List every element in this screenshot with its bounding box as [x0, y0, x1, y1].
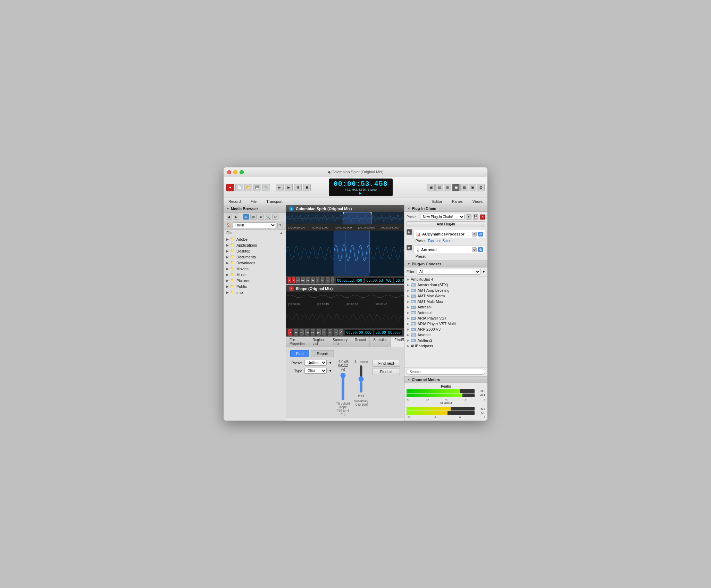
tab-statistics[interactable]: Statistics	[370, 337, 391, 347]
track2-prev-btn[interactable]: ⏮	[305, 329, 309, 336]
chain-close[interactable]: ✕	[480, 214, 485, 220]
track2-close[interactable]: ✕	[289, 286, 294, 291]
plugin-item-artillery2[interactable]: ▶ vst Artillery2	[404, 338, 487, 343]
plugin-item-amt-amp[interactable]: ▶ vst AMT Amp Leveling	[404, 288, 487, 293]
toolbar-button-1[interactable]: 📄	[235, 184, 243, 191]
plugin-item-arp2600[interactable]: ▶ vst ARP 2600 V3	[404, 326, 487, 332]
track2-record-btn[interactable]: ●	[288, 329, 292, 336]
track1-stop-btn[interactable]: ■	[292, 277, 294, 283]
plugin-item-aria-multi[interactable]: ▶ vst ARIA Player VST Multi	[404, 321, 487, 326]
track1-next-btn[interactable]: ⏭	[306, 277, 310, 283]
track2-loop-btn[interactable]: ↺	[339, 329, 343, 336]
track2-pencil-btn[interactable]: ✏	[328, 329, 332, 336]
tree-item-documents[interactable]: ▶ 📁 Documents	[224, 254, 286, 260]
plugin-chain-collapse[interactable]: ▼	[407, 207, 410, 210]
track1-loop-btn[interactable]: ↺	[331, 277, 334, 283]
tab-file-properties[interactable]: File Properties	[286, 337, 309, 347]
nav-back-button[interactable]: ◀	[226, 214, 232, 220]
favorites-button[interactable]: ★	[258, 214, 264, 220]
menu-record[interactable]: Record	[227, 199, 242, 204]
list-view-button[interactable]: ≡	[243, 214, 249, 220]
minimize-button[interactable]	[233, 170, 237, 174]
track2-stop-btn[interactable]: ■	[294, 329, 298, 336]
type-select[interactable]: Glitch	[304, 368, 327, 374]
add-plugin-button[interactable]: Add Plug-In	[407, 221, 485, 227]
tab-summary[interactable]: Summary Inform...	[329, 337, 351, 347]
toolbar-button-4[interactable]: 🔧	[262, 184, 270, 191]
sidebar-collapse-icon[interactable]: ▼	[226, 207, 229, 210]
chain-preset-action[interactable]: ▼	[466, 214, 471, 220]
search-button[interactable]: 🔍	[265, 214, 271, 220]
track2-zoom-btn[interactable]: ↔	[334, 329, 338, 336]
plugin1-expand[interactable]: ▶	[407, 229, 412, 235]
tab-regions-list[interactable]: Regions List	[309, 337, 329, 347]
view-btn-6[interactable]: ▣	[469, 184, 476, 191]
find-tab[interactable]: Find	[290, 350, 309, 357]
toolbar-button-2[interactable]: 📂	[244, 184, 252, 191]
plugin-item-amt-multi[interactable]: ▶ vst AMT Multi-Max	[404, 299, 487, 304]
view-btn-2[interactable]: ▤	[435, 184, 443, 191]
maximize-button[interactable]	[240, 170, 244, 174]
tab-find-repair[interactable]: Find/Repair	[391, 337, 404, 347]
tree-item-movies[interactable]: ▶ 📁 Movies	[224, 266, 286, 272]
plugin-item-antresol2[interactable]: ▶ vst Antresol	[404, 310, 487, 315]
plugin-item-antresol1[interactable]: ▶ vst Antresol	[404, 304, 487, 310]
chain-preset-save[interactable]: 💾	[473, 214, 478, 220]
pause-button[interactable]: ⏸	[294, 184, 302, 191]
type-arrow[interactable]: ▼	[329, 369, 332, 373]
track1-pencil-btn[interactable]: ✏	[321, 277, 324, 283]
rewind-button[interactable]: ⏭	[276, 184, 284, 191]
tree-item-tmp[interactable]: ▶ 📁 tmp	[224, 289, 286, 295]
view-btn-5[interactable]: ▦	[460, 184, 468, 191]
track1-play-btn[interactable]: ▶	[311, 277, 315, 283]
plugin-item-aubandpass[interactable]: ▶ AUBandpass	[404, 343, 487, 349]
play-button[interactable]: ▶	[285, 184, 293, 191]
menu-file[interactable]: File	[249, 199, 258, 204]
track1-zoom-btn[interactable]: ↔	[326, 277, 329, 283]
track1-waveform[interactable]	[286, 231, 404, 276]
track2-rewind-btn[interactable]: ↩	[300, 329, 304, 336]
sensitivity-slider[interactable]	[358, 365, 365, 393]
tree-item-public[interactable]: ▶ 📁 Public	[224, 283, 286, 289]
plugin-item-amt-max[interactable]: ▶ vst AMT Max Warm	[404, 293, 487, 299]
plugin2-settings[interactable]: ⚙	[472, 247, 477, 252]
meters-collapse[interactable]: ▼	[407, 378, 410, 381]
view-btn-4[interactable]: ▣	[452, 184, 460, 191]
plugin-item-aria[interactable]: ▶ vst ARIA Player VST	[404, 315, 487, 321]
track2-next-btn[interactable]: ⏭	[311, 329, 315, 336]
grid-view-button[interactable]: ⊞	[250, 214, 257, 220]
preset-arrow[interactable]: ▼	[329, 361, 332, 365]
nav-forward-button[interactable]: ▶	[233, 214, 239, 220]
tree-item-desktop[interactable]: ▶ 📁 Desktop	[224, 248, 286, 254]
refresh-button[interactable]: ↻	[272, 214, 278, 220]
settings-button[interactable]: ⚙	[477, 184, 485, 191]
close-button[interactable]	[227, 170, 231, 174]
track1-rewind-btn[interactable]: ↩	[296, 277, 300, 283]
section-sort[interactable]: ▲	[279, 231, 283, 235]
tree-item-applications[interactable]: ▶ 📁 Applications	[224, 242, 286, 248]
toolbar-button-3[interactable]: 💾	[253, 184, 261, 191]
menu-transport[interactable]: Transport	[265, 199, 284, 204]
plugin-search-input[interactable]	[407, 369, 485, 375]
menu-editor[interactable]: Editor	[431, 199, 444, 204]
chain-preset-select[interactable]: New Plug-In Chain*	[420, 214, 465, 220]
plugin-item-amsterdam[interactable]: ▶ vst Amsterdam (SFX)	[404, 282, 487, 288]
threshold-slider[interactable]	[340, 373, 346, 400]
track1-cursor-btn[interactable]: ↖	[316, 277, 319, 283]
track2-cursor-btn[interactable]: ↖	[322, 329, 326, 336]
repair-tab[interactable]: Repair	[311, 350, 334, 357]
track1-prev-btn[interactable]: ⏮	[301, 277, 305, 283]
filter-select[interactable]: All	[417, 269, 481, 275]
tree-item-music[interactable]: ▶ 📁 Music	[224, 272, 286, 278]
transport-arrow[interactable]: ▶	[334, 191, 388, 195]
plugin2-toggle[interactable]: ⏻	[478, 247, 483, 252]
plugin2-expand[interactable]: ▶	[407, 245, 412, 250]
tab-record[interactable]: Record	[351, 337, 370, 347]
preset-select[interactable]: Untitled	[304, 360, 327, 366]
filter-arrow[interactable]: ▼	[482, 270, 485, 274]
folder-action-button[interactable]: ▼	[277, 223, 283, 228]
stop-button[interactable]: ⏹	[303, 184, 311, 191]
view-btn-1[interactable]: ▣	[427, 184, 435, 191]
plugin1-toggle[interactable]: ⏻	[478, 232, 483, 237]
plugin1-settings[interactable]: ⚙	[472, 232, 477, 237]
